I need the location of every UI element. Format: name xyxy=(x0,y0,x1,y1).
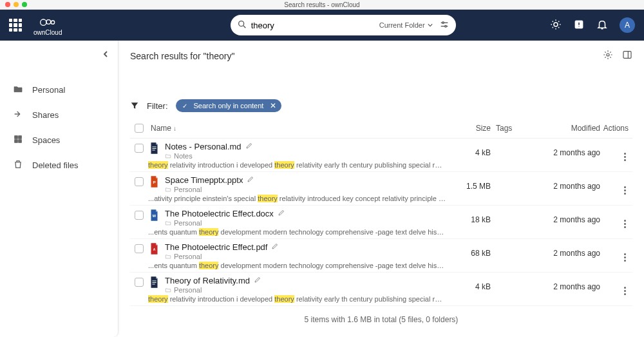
table-row[interactable]: Notes - Personal.mdNotestheory relativit… xyxy=(130,139,632,172)
file-size: 4 kB xyxy=(446,142,491,157)
svg-rect-35 xyxy=(152,281,156,282)
user-avatar[interactable]: A xyxy=(620,17,635,33)
svg-rect-37 xyxy=(152,284,155,285)
table-row[interactable]: WThe Photoelectric Effect.docxPersonal..… xyxy=(130,206,632,239)
file-size: 18 kB xyxy=(446,209,491,224)
svg-text:P: P xyxy=(153,180,155,184)
file-size: 4 kB xyxy=(446,276,491,291)
search-snippet: ...ents quantum theory development moder… xyxy=(148,228,446,236)
row-checkbox[interactable] xyxy=(135,278,144,287)
sidebar-item-shares[interactable]: Shares xyxy=(0,102,118,128)
brand-logo[interactable]: ownCloud xyxy=(33,15,62,36)
sidebar-item-deleted[interactable]: Deleted files xyxy=(0,153,118,178)
column-size-header[interactable]: Size xyxy=(446,124,491,133)
column-name-header[interactable]: Name↓ xyxy=(148,124,446,133)
sidebar: PersonalSharesSpacesDeleted files xyxy=(0,41,118,337)
collapse-sidebar-button[interactable] xyxy=(0,46,118,63)
rename-icon[interactable] xyxy=(271,242,279,252)
file-size: 68 kB xyxy=(446,242,491,258)
file-name[interactable]: The Photoelectric Effect.docx xyxy=(165,209,274,218)
window-titlebar: Search results - ownCloud xyxy=(0,0,644,10)
column-tags-header[interactable]: Tags xyxy=(491,124,523,133)
highlight: theory xyxy=(199,228,219,236)
search-options-icon[interactable] xyxy=(439,19,450,32)
sidebar-item-personal[interactable]: Personal xyxy=(0,77,118,102)
spaces-icon xyxy=(13,134,23,146)
rename-icon[interactable] xyxy=(278,209,285,218)
sidebar-item-label: Deleted files xyxy=(32,160,79,170)
file-location[interactable]: Personal xyxy=(174,186,202,193)
row-checkbox[interactable] xyxy=(135,144,144,153)
row-checkbox[interactable] xyxy=(135,211,144,220)
app-launcher-icon[interactable] xyxy=(9,19,22,32)
rename-icon[interactable] xyxy=(247,175,254,185)
filter-chip-label: Search only in content xyxy=(194,102,264,110)
folder-icon xyxy=(13,84,23,96)
row-actions-menu[interactable] xyxy=(621,217,629,231)
search-bar: Current Folder xyxy=(231,15,456,35)
file-name[interactable]: The Photoelectric Effect.pdf xyxy=(165,242,267,252)
svg-line-4 xyxy=(243,26,245,28)
filter-chip-content-only[interactable]: ✓ Search only in content ✕ xyxy=(176,99,282,112)
alert-icon[interactable] xyxy=(573,19,585,32)
powerpoint-file-icon: P xyxy=(148,175,160,188)
svg-rect-25 xyxy=(19,140,22,143)
svg-rect-29 xyxy=(152,147,156,148)
highlight: theory xyxy=(274,161,294,169)
svg-point-7 xyxy=(442,22,444,24)
remove-filter-icon[interactable]: ✕ xyxy=(270,101,276,110)
file-tags xyxy=(491,276,523,282)
svg-point-0 xyxy=(41,19,46,25)
table-header: Name↓ Size Tags Modified Actions xyxy=(130,117,632,139)
word-file-icon: W xyxy=(148,209,160,221)
row-actions-menu[interactable] xyxy=(621,251,629,264)
svg-rect-30 xyxy=(152,148,156,149)
sidebar-item-label: Spaces xyxy=(32,135,60,145)
svg-text:A: A xyxy=(153,247,155,251)
side-panel-icon[interactable] xyxy=(622,50,632,62)
search-scope-dropdown[interactable]: Current Folder xyxy=(379,21,433,29)
rename-icon[interactable] xyxy=(254,276,261,285)
file-location[interactable]: Personal xyxy=(174,286,202,294)
file-tags xyxy=(491,142,523,148)
select-all-checkbox[interactable] xyxy=(135,124,144,133)
page-title: Search results for "theory" xyxy=(130,51,234,61)
search-snippet: ...ents quantum theory development moder… xyxy=(148,262,446,269)
top-bar: ownCloud Current Folder A xyxy=(0,10,644,41)
highlight: theory xyxy=(258,195,278,202)
row-actions-menu[interactable] xyxy=(621,184,629,197)
file-location[interactable]: Notes xyxy=(174,152,193,160)
file-name[interactable]: Space Timepptx.pptx xyxy=(165,175,243,185)
settings-icon[interactable] xyxy=(603,50,613,62)
file-name[interactable]: Theory of Relativity.md xyxy=(165,276,250,285)
rename-icon[interactable] xyxy=(245,142,253,151)
row-checkbox[interactable] xyxy=(135,244,144,253)
svg-point-9 xyxy=(554,23,558,26)
filter-bar: Filter: ✓ Search only in content ✕ xyxy=(130,99,632,112)
file-location[interactable]: Personal xyxy=(174,219,202,227)
row-actions-menu[interactable] xyxy=(621,284,629,298)
search-snippet: theory relativity introduction i develop… xyxy=(148,161,446,169)
results-summary: 5 items with 1.6 MB in total (5 files, 0… xyxy=(130,306,632,333)
svg-rect-36 xyxy=(152,282,156,283)
sort-desc-icon: ↓ xyxy=(173,125,176,132)
row-actions-menu[interactable] xyxy=(621,150,629,164)
search-input[interactable] xyxy=(247,21,379,30)
notifications-icon[interactable] xyxy=(596,19,608,32)
table-row[interactable]: PSpace Timepptx.pptxPersonal...ativity p… xyxy=(130,172,632,206)
search-snippet: theory relativity introduction i develop… xyxy=(148,295,446,303)
file-tags xyxy=(491,175,523,182)
theme-toggle-icon[interactable] xyxy=(550,19,562,32)
file-tags xyxy=(491,242,523,249)
row-checkbox[interactable] xyxy=(135,177,144,186)
table-row[interactable]: Theory of Relativity.mdPersonaltheory re… xyxy=(130,273,632,306)
file-location[interactable]: Personal xyxy=(174,253,202,260)
sidebar-item-label: Shares xyxy=(32,110,59,120)
sidebar-item-spaces[interactable]: Spaces xyxy=(0,128,118,153)
table-row[interactable]: AThe Photoelectric Effect.pdfPersonal...… xyxy=(130,239,632,273)
svg-line-15 xyxy=(558,27,559,28)
file-modified: 2 months ago xyxy=(523,142,600,157)
file-name[interactable]: Notes - Personal.md xyxy=(165,142,242,151)
column-modified-header[interactable]: Modified xyxy=(523,124,600,133)
filter-icon xyxy=(130,101,139,110)
